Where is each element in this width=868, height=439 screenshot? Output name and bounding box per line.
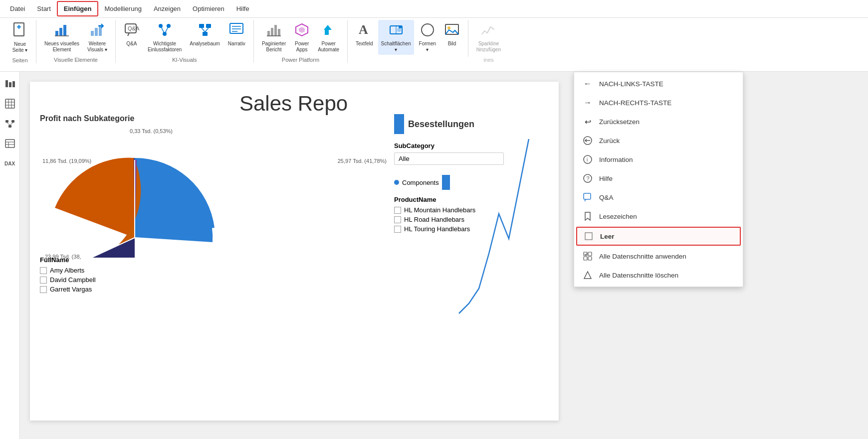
nach-links-icon: ← [582, 78, 593, 89]
analysebaum-button[interactable]: Analysebaum [187, 20, 223, 49]
sidebar-dax-icon[interactable]: DAX [2, 155, 18, 171]
ribbon-group-power-label: Power Platform [259, 57, 342, 63]
alle-datenschnitte-loeschen-label: Alle Datenschnitte löschen [599, 272, 678, 279]
svg-rect-43 [5, 80, 8, 87]
ribbon-group-sparkline: Sparklinehinzufügen ines [468, 20, 509, 63]
dropdown-zurueck[interactable]: Zurück [574, 131, 743, 150]
svg-rect-69 [584, 193, 591, 199]
bild-label: Bild [448, 41, 456, 47]
dropdown-nach-rechts[interactable]: → NACH-RECHTS-TASTE [574, 93, 743, 112]
name-checkbox-1[interactable] [40, 267, 47, 274]
svg-rect-45 [12, 81, 15, 87]
svg-rect-21 [203, 32, 208, 36]
svg-rect-19 [199, 24, 204, 28]
sidebar-data-icon[interactable] [2, 136, 18, 151]
sidebar-model-icon[interactable] [2, 116, 18, 132]
ribbon-group-sparkline-label: ines [473, 57, 504, 63]
power-apps-button[interactable]: PowerApps [291, 20, 313, 55]
svg-point-40 [422, 24, 434, 36]
svg-line-54 [7, 123, 10, 125]
textfeld-button[interactable]: A Textfeld [353, 20, 376, 49]
report-title: Sales Repo [239, 92, 348, 116]
svg-rect-44 [9, 82, 11, 87]
dropdown-qa[interactable]: Q&A [574, 188, 743, 207]
paginierter-label: PaginierterBericht [262, 41, 286, 53]
analysebaum-icon [197, 22, 213, 40]
pie-chart-svg [40, 138, 229, 258]
neue-seite-icon [12, 22, 28, 40]
svg-rect-0 [14, 23, 24, 36]
dropdown-alle-datenschnitte[interactable]: Alle Datenschnitte anwenden [574, 247, 743, 266]
product-checkbox-3[interactable] [394, 226, 401, 233]
sparkline-button: Sparklinehinzufügen [473, 20, 504, 55]
power-automate-icon [321, 22, 337, 40]
textfeld-icon: A [356, 22, 372, 40]
dropdown-leer[interactable]: Leer [576, 227, 741, 246]
svg-rect-31 [278, 29, 280, 36]
dropdown-hilfe[interactable]: ? Hilfe [574, 169, 743, 188]
line-chart [449, 114, 549, 363]
ribbon-group-power: PaginierterBericht PowerApps PowerAut [254, 20, 348, 63]
pie-label-right: 25,97 Tsd. (41,78%) [338, 158, 387, 164]
qa-icon: Q&A [124, 22, 140, 40]
narrativ-icon [228, 22, 244, 40]
hilfe-label: Hilfe [599, 175, 613, 182]
dropdown-information[interactable]: i Information [574, 150, 743, 169]
sidebar-report-icon[interactable] [2, 76, 18, 92]
dropdown-lesezeichen[interactable]: Lesezeichen [574, 207, 743, 226]
power-automate-button[interactable]: PowerAutomate [315, 20, 342, 55]
canvas-page: Sales Repo Profit nach Subkategorie 0,33… [30, 82, 559, 421]
product-checkbox-2[interactable] [394, 216, 401, 223]
sidebar-table-icon[interactable] [2, 96, 18, 112]
bild-button[interactable]: Bild [441, 20, 463, 49]
weitere-visuals-button[interactable]: WeitereVisuals ▾ [84, 20, 110, 55]
leer-label: Leer [600, 233, 615, 240]
name-checkbox-2[interactable] [40, 277, 47, 284]
profit-title: Profit nach Subkategorie [40, 114, 389, 123]
left-sidebar: DAX [0, 72, 20, 439]
pie-label-top: 0,33 Tsd. (0,53%) [130, 128, 173, 134]
svg-marker-75 [584, 272, 591, 279]
lesezeichen-label: Lesezeichen [599, 213, 637, 220]
svg-point-42 [447, 26, 450, 29]
power-apps-icon [294, 22, 310, 40]
paginierter-icon [266, 22, 282, 40]
svg-line-18 [165, 26, 169, 34]
dropdown-alle-datenschnitte-loeschen[interactable]: Alle Datenschnitte löschen [574, 266, 743, 285]
menu-item-einfuegen[interactable]: Einfügen [57, 1, 99, 16]
svg-point-39 [399, 25, 402, 28]
ribbon-group-insert: A Textfeld Schaltflächen▾ [348, 20, 468, 57]
ribbon-group-seiten-label: Seiten [9, 57, 31, 63]
menu-item-optimieren[interactable]: Optimieren [187, 2, 230, 15]
product-checkbox-1[interactable] [394, 207, 401, 214]
zurueck-label: Zurück [599, 137, 620, 145]
power-automate-label: PowerAutomate [318, 41, 339, 53]
neue-seite-button[interactable]: NeueSeite ▾ [9, 20, 31, 55]
menu-item-hilfe[interactable]: Hilfe [230, 2, 255, 15]
schaltflaechen-button[interactable]: Schaltflächen▾ [378, 20, 414, 55]
name-item-1: Amy Alberts [40, 267, 96, 274]
menu-item-anzeigen[interactable]: Anzeigen [148, 2, 187, 15]
dropdown-nach-links[interactable]: ← NACH-LINKS-TASTE [574, 74, 743, 93]
ribbon-group-visuals-label: Visuelle Elemente [41, 57, 110, 63]
power-apps-label: PowerApps [295, 41, 309, 53]
svg-rect-70 [585, 233, 592, 240]
ribbon-group-ki-label: KI-Visuals [121, 57, 248, 63]
name-item-2: David Campbell [40, 276, 96, 284]
name-checkbox-3[interactable] [40, 286, 47, 293]
zuruecksetzen-label: Zurücksetzen [599, 118, 640, 126]
wichtigste-button[interactable]: WichtigsteEinlussfaktoren [145, 20, 185, 55]
formen-button[interactable]: Formen▾ [416, 20, 439, 55]
narrativ-button[interactable]: Narrativ [225, 20, 248, 49]
paginierter-button[interactable]: PaginierterBericht [259, 20, 289, 55]
schaltflaechen-dropdown: ← NACH-LINKS-TASTE → NACH-RECHTS-TASTE ↩… [574, 72, 743, 287]
menu-item-datei[interactable]: Datei [4, 2, 31, 15]
menu-item-modellierung[interactable]: Modellierung [98, 2, 147, 15]
pie-label-left: 11,86 Tsd. (19,09%) [42, 158, 91, 164]
dropdown-zuruecksetzen[interactable]: ↩ Zurücksetzen [574, 112, 743, 131]
neues-visuelles-element-button[interactable]: Neues visuellesElement [41, 20, 82, 55]
wichtigste-icon [157, 22, 173, 40]
bestellungen-bar [394, 114, 404, 134]
menu-item-start[interactable]: Start [31, 2, 56, 15]
qa-button[interactable]: Q&A Q&A [121, 20, 143, 49]
